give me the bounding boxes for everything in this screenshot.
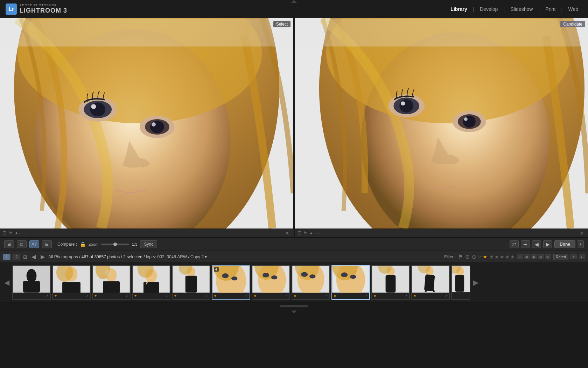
- star-1[interactable]: ★: [489, 254, 494, 260]
- svg-rect-79: [455, 275, 464, 292]
- star-3[interactable]: ★: [500, 254, 504, 260]
- film-thumb-6[interactable]: 4 ★ ✓: [212, 265, 250, 300]
- filmstrip-prev-arrow[interactable]: ◀: [30, 253, 37, 261]
- candidate-photo: [295, 18, 588, 229]
- filmstrip-next-arrow[interactable]: ▶: [39, 253, 46, 261]
- left-panel-bottom: ☰ ⚑ ★···· ✕: [0, 229, 295, 237]
- svg-rect-41: [144, 282, 159, 293]
- left-flag-icon[interactable]: ⚑: [9, 231, 13, 236]
- thumb-5-footer: ★ ✓: [173, 293, 210, 299]
- filter-flag-1[interactable]: ⚑: [458, 253, 463, 260]
- filmstrip-left-arrow[interactable]: ◀: [3, 278, 11, 287]
- next-button[interactable]: ▶: [543, 240, 552, 248]
- nav-library[interactable]: Library: [446, 5, 471, 13]
- svg-point-50: [222, 273, 229, 278]
- film-thumb-7[interactable]: ★ ✓: [252, 265, 290, 300]
- done-button[interactable]: Done: [554, 240, 575, 248]
- compare-view-button[interactable]: XY: [29, 240, 39, 248]
- lr-icon: Lr: [6, 4, 17, 15]
- right-close-button[interactable]: ✕: [578, 230, 585, 236]
- page-1-button[interactable]: 1: [3, 254, 10, 260]
- svg-point-60: [301, 272, 308, 277]
- view-mode-5[interactable]: ▥: [545, 254, 551, 259]
- left-close-button[interactable]: ✕: [284, 230, 291, 236]
- page-2-button[interactable]: 2: [13, 254, 20, 260]
- zoom-slider-thumb: [113, 243, 117, 246]
- loupe-view-button[interactable]: □: [17, 240, 27, 248]
- svg-point-20: [401, 101, 405, 105]
- film-thumb-11[interactable]: ★ ✓: [411, 265, 450, 300]
- top-collapse-arrow[interactable]: [291, 0, 297, 3]
- star-5[interactable]: ★: [510, 254, 515, 260]
- svg-rect-69: [386, 275, 396, 293]
- filter-star-separator: ≥: [478, 254, 481, 259]
- survey-view-button[interactable]: ⊟: [42, 240, 52, 248]
- zoom-slider[interactable]: [101, 244, 129, 245]
- star-4[interactable]: ★: [505, 254, 510, 260]
- svg-rect-31: [62, 282, 80, 293]
- film-thumb-5[interactable]: ★ ✓: [172, 265, 210, 300]
- filter-options-2[interactable]: ▸: [579, 254, 585, 259]
- nav-print[interactable]: Print: [541, 5, 560, 13]
- logo-area: Lr ADOBE PHOTOSHOP LIGHTROOM 3: [6, 4, 67, 15]
- filmstrip-right-arrow[interactable]: ▶: [472, 278, 480, 287]
- film-thumb-8[interactable]: ★ ✓: [292, 265, 330, 300]
- filter-flag-2[interactable]: ⊘: [465, 253, 470, 260]
- svg-rect-28: [23, 281, 40, 293]
- left-panel-icon[interactable]: ☰: [3, 231, 7, 236]
- filter-star-active[interactable]: ★: [483, 254, 487, 259]
- svg-point-23: [463, 116, 476, 128]
- film-thumb-4[interactable]: ★ ✓: [132, 265, 170, 300]
- candidate-label: Candidate: [560, 21, 585, 27]
- star-2[interactable]: ★: [495, 254, 499, 260]
- compare-label: Compare :: [57, 242, 77, 247]
- right-panel-icon[interactable]: ☰: [298, 231, 301, 236]
- thumb-6-badge: 4: [214, 267, 219, 272]
- svg-point-7: [91, 104, 96, 109]
- film-thumb-3[interactable]: ★ ✓: [92, 265, 131, 300]
- nav-develop[interactable]: Develop: [476, 5, 502, 13]
- make-select-button[interactable]: ⇥: [521, 240, 530, 248]
- rated-dropdown[interactable]: Rated: [553, 254, 568, 260]
- filter-flag-3[interactable]: ⊙: [472, 253, 476, 260]
- right-star-rating[interactable]: ★····: [309, 231, 320, 236]
- right-panel-bottom: ☰ ⚑ ★···· ✕: [295, 229, 588, 237]
- film-thumb-10[interactable]: ★ ✓: [371, 265, 410, 300]
- bottom-collapse-arrow[interactable]: [291, 311, 297, 313]
- filter-options-1[interactable]: ▾: [570, 254, 577, 259]
- film-thumb-9[interactable]: ★ ✓: [331, 265, 370, 300]
- compare-bottom-bar: ☰ ⚑ ★···· ✕ ☰ ⚑ ★···· ✕: [0, 229, 588, 238]
- grid-view-button[interactable]: ⊞: [4, 240, 14, 248]
- filmstrip-grid-icon[interactable]: ⊞: [22, 253, 28, 260]
- view-mode-4[interactable]: ▤: [538, 254, 544, 259]
- nav-menu: Library | Develop | Slideshow | Print | …: [446, 5, 582, 13]
- done-dropdown[interactable]: ▾: [578, 240, 584, 248]
- view-mode-3[interactable]: ▣: [531, 254, 537, 259]
- film-thumb-12[interactable]: [451, 265, 470, 300]
- prev-button[interactable]: ◀: [532, 240, 541, 248]
- lock-icon[interactable]: 🔒: [80, 241, 86, 247]
- breadcrumb: All Photographs / 467 of 39657 photos / …: [48, 254, 442, 259]
- svg-point-24: [464, 117, 468, 121]
- film-thumb-1[interactable]: ✓: [12, 265, 51, 300]
- right-flag-icon[interactable]: ⚑: [303, 231, 307, 236]
- thumb-2-footer: ★ ✓: [53, 293, 90, 299]
- thumb-1-footer: ✓: [13, 293, 50, 299]
- nav-web[interactable]: Web: [564, 5, 582, 13]
- view-mode-1[interactable]: ⊞: [517, 254, 523, 259]
- left-star-rating[interactable]: ★····: [15, 231, 25, 236]
- app-name: LIGHTROOM 3: [20, 7, 67, 14]
- svg-point-65: [341, 272, 348, 277]
- nav-slideshow[interactable]: Slideshow: [506, 5, 537, 13]
- svg-rect-12: [0, 19, 293, 47]
- sync-button[interactable]: Sync: [140, 240, 157, 248]
- thumb-10-footer: ★ ✓: [372, 293, 409, 299]
- film-thumb-2[interactable]: ★ ✓: [52, 265, 91, 300]
- swap-select-button[interactable]: ⇄: [510, 240, 519, 248]
- svg-point-19: [399, 99, 413, 113]
- toolbar-right: ⇄ ⇥ ◀ ▶ Done ▾: [510, 240, 584, 248]
- filmstrip-scrollbar[interactable]: [280, 305, 308, 307]
- thumb-3-footer: ★ ✓: [93, 293, 130, 299]
- view-mode-2[interactable]: ▦: [524, 254, 530, 259]
- candidate-panel: Candidate: [293, 18, 588, 229]
